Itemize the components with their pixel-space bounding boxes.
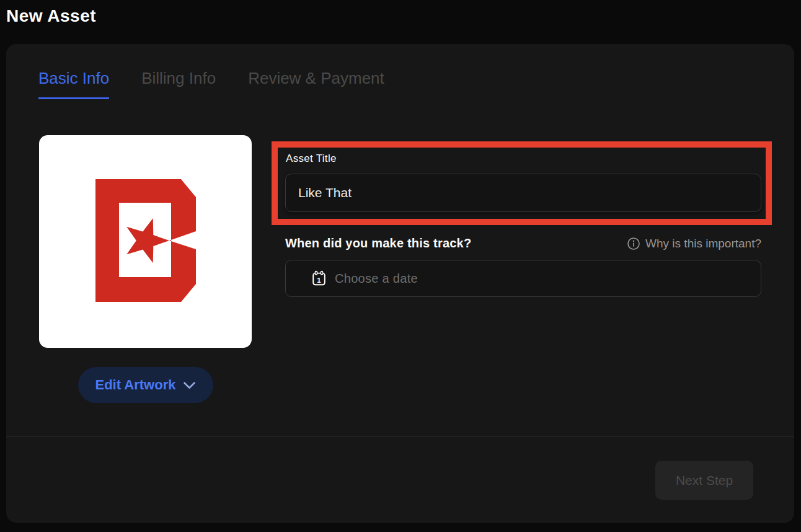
track-date-section-header: When did you make this track? Why is thi… (285, 236, 761, 250)
track-date-label: When did you make this track? (285, 236, 471, 250)
date-picker-input[interactable]: 1 Choose a date (285, 260, 761, 297)
new-asset-card: Basic Info Billing Info Review & Payment… (6, 44, 794, 523)
calendar-day-number: 1 (317, 277, 321, 284)
asset-title-label: Asset Title (286, 153, 337, 165)
chevron-down-icon (183, 381, 196, 389)
red-d-star-logo-icon (95, 179, 196, 304)
tab-billing-info[interactable]: Billing Info (141, 69, 216, 99)
why-important-link[interactable]: Why is this important? (627, 237, 761, 250)
info-circle-icon (627, 237, 640, 250)
footer-divider (6, 436, 794, 437)
calendar-icon: 1 (311, 270, 327, 286)
edit-artwork-label: Edit Artwork (95, 377, 176, 393)
page-title: New Asset (6, 6, 96, 26)
why-important-text: Why is this important? (645, 237, 761, 250)
annotation-highlight-box: Asset Title (272, 141, 772, 225)
artwork-preview (39, 135, 252, 348)
date-placeholder-text: Choose a date (335, 272, 418, 286)
asset-title-input[interactable] (285, 174, 761, 212)
tab-bar: Basic Info Billing Info Review & Payment (38, 69, 384, 99)
tab-review-payment[interactable]: Review & Payment (248, 69, 384, 99)
tab-basic-info[interactable]: Basic Info (38, 69, 109, 99)
next-step-button[interactable]: Next Step (655, 461, 753, 500)
edit-artwork-button[interactable]: Edit Artwork (78, 367, 213, 403)
